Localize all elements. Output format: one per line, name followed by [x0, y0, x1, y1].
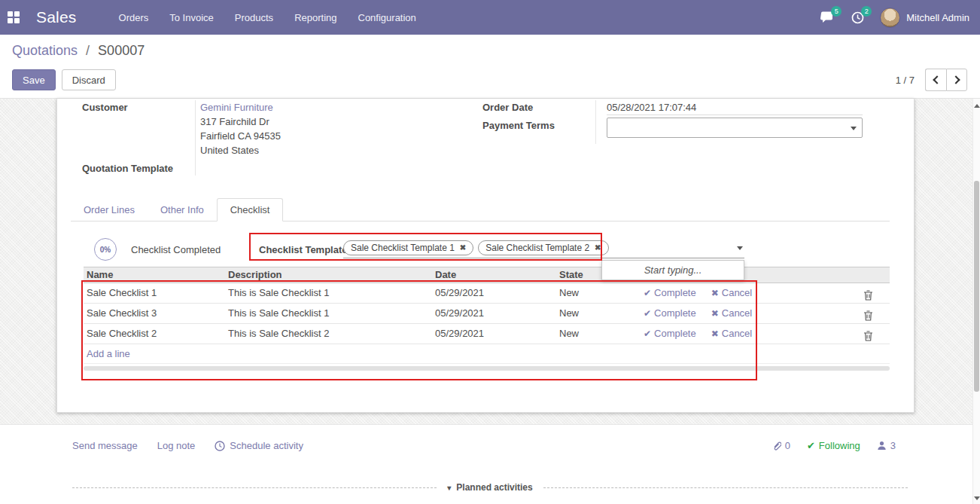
- send-message-button[interactable]: Send message: [72, 440, 138, 451]
- form-action-buttons: Save Discard: [12, 69, 116, 90]
- app-name[interactable]: Sales: [36, 8, 77, 26]
- activities-icon[interactable]: 2: [850, 10, 865, 25]
- user-menu[interactable]: Mitchell Admin: [880, 8, 969, 28]
- payment-terms-select[interactable]: [607, 118, 863, 138]
- payment-terms-label: Payment Terms: [482, 120, 555, 131]
- customer-label: Customer: [82, 102, 128, 113]
- chevron-right-icon: [951, 75, 960, 84]
- discard-button[interactable]: Discard: [62, 69, 116, 90]
- tab-order-lines[interactable]: Order Lines: [71, 199, 148, 221]
- user-avatar: [880, 8, 900, 28]
- navbar-right: 5 2 Mitchell Admin: [820, 8, 969, 28]
- tab-other-info[interactable]: Other Info: [148, 199, 217, 221]
- following-button[interactable]: ✔ Following: [807, 440, 860, 451]
- table-row[interactable]: Sale Checklist 3 This is Sale Checklist …: [84, 304, 890, 324]
- scroll-up-arrow-icon[interactable]: [974, 104, 980, 108]
- chatter-toolbar-right: 0 ✔ Following 3: [772, 440, 896, 451]
- cell-date: 05/29/2021: [432, 324, 556, 344]
- customer-link[interactable]: Gemini Furniture: [200, 102, 273, 113]
- cancel-button[interactable]: ✖Cancel: [711, 283, 753, 303]
- delete-row-button[interactable]: [863, 304, 873, 323]
- nav-item-configuration[interactable]: Configuration: [358, 12, 416, 23]
- nav-item-reporting[interactable]: Reporting: [294, 12, 336, 23]
- control-panel: Quotations / S00007 Save Discard 1 / 7: [0, 35, 980, 99]
- attachments-button[interactable]: 0: [772, 440, 790, 451]
- checklist-progress-label: Checklist Completed: [131, 244, 221, 255]
- apps-menu-icon[interactable]: [8, 11, 20, 23]
- template-tag-1-label: Sale Checklist Template 1: [351, 243, 455, 253]
- scroll-down-arrow-icon[interactable]: [974, 496, 980, 500]
- table-row[interactable]: Sale Checklist 1 This is Sale Checklist …: [84, 283, 890, 304]
- customer-address-line2: Fairfield CA 94535: [200, 130, 281, 142]
- check-icon: ✔: [644, 308, 651, 319]
- scrollbar-thumb[interactable]: [974, 181, 979, 392]
- followers-count: 3: [890, 440, 896, 451]
- check-icon: ✔: [807, 440, 815, 451]
- chevron-down-icon: [851, 127, 857, 130]
- cancel-button[interactable]: ✖Cancel: [711, 304, 753, 323]
- top-navbar: Sales Orders To Invoice Products Reporti…: [0, 0, 980, 35]
- order-date-label: Order Date: [482, 102, 533, 113]
- checklist-table: Name Description Date State Sale Checkli…: [84, 267, 890, 364]
- messages-icon[interactable]: 5: [820, 10, 835, 25]
- pager-next-button[interactable]: [946, 69, 967, 91]
- cell-name: Sale Checklist 3: [84, 304, 225, 323]
- nav-item-to-invoice[interactable]: To Invoice: [169, 12, 214, 23]
- cell-date: 05/29/2021: [432, 304, 556, 323]
- breadcrumb: Quotations / S00007: [12, 43, 145, 59]
- page-vertical-scrollbar[interactable]: [972, 99, 980, 504]
- cancel-button[interactable]: ✖Cancel: [711, 324, 753, 344]
- nav-item-orders[interactable]: Orders: [119, 12, 149, 23]
- complete-button[interactable]: ✔Complete: [644, 304, 696, 323]
- checklist-table-header: Name Description Date State: [84, 267, 890, 283]
- pager-previous-button[interactable]: [925, 69, 946, 91]
- cell-actions: ✔Complete ✖Cancel: [641, 283, 843, 303]
- breadcrumb-current-record: S00007: [98, 43, 145, 58]
- complete-button[interactable]: ✔Complete: [644, 324, 696, 344]
- add-a-line-link[interactable]: Add a line: [84, 344, 890, 363]
- dashed-divider-right: [543, 487, 908, 488]
- attachments-count: 0: [785, 440, 790, 451]
- column-header-name[interactable]: Name: [84, 267, 225, 283]
- chevron-down-icon[interactable]: [737, 246, 743, 250]
- template-tag-1-remove-icon[interactable]: ✖: [460, 243, 466, 252]
- breadcrumb-quotations-link[interactable]: Quotations: [12, 43, 78, 58]
- label-column-divider: [195, 100, 196, 176]
- table-horizontal-scrollbar[interactable]: [84, 366, 890, 371]
- column-header-description[interactable]: Description: [225, 267, 432, 283]
- template-tag-1: Sale Checklist Template 1 ✖: [343, 240, 473, 255]
- activities-badge: 2: [861, 6, 872, 17]
- nav-item-products[interactable]: Products: [235, 12, 273, 23]
- quotation-template-label: Quotation Template: [82, 163, 173, 174]
- delete-row-button[interactable]: [863, 324, 873, 344]
- order-date-field[interactable]: 05/28/2021 17:07:44: [607, 102, 863, 115]
- complete-button[interactable]: ✔Complete: [644, 283, 696, 303]
- delete-row-button[interactable]: [863, 283, 873, 303]
- chevron-down-icon: ▾: [447, 484, 451, 492]
- save-button[interactable]: Save: [12, 69, 56, 90]
- messages-badge: 5: [831, 6, 842, 17]
- column-header-delete: [843, 267, 890, 283]
- schedule-activity-button[interactable]: Schedule activity: [215, 440, 303, 451]
- template-tag-2-remove-icon[interactable]: ✖: [595, 243, 601, 252]
- odoo-sales-window: Sales Orders To Invoice Products Reporti…: [0, 0, 980, 504]
- table-row[interactable]: Sale Checklist 2 This is Sale Checklist …: [84, 324, 890, 344]
- schedule-clock-icon: [215, 441, 225, 451]
- template-tag-2: Sale Checklist Template 2 ✖: [478, 240, 608, 255]
- cell-name: Sale Checklist 1: [84, 283, 225, 303]
- add-a-line-row: Add a line: [84, 344, 890, 364]
- followers-button[interactable]: 3: [877, 440, 896, 451]
- customer-address-line3: United States: [200, 145, 259, 156]
- checklist-template-field[interactable]: Sale Checklist Template 1 ✖ Sale Checkli…: [343, 239, 744, 258]
- cell-actions: ✔Complete ✖Cancel: [641, 324, 843, 344]
- planned-activities-toggle[interactable]: ▾Planned activities: [447, 482, 532, 493]
- cell-state: New: [556, 283, 641, 303]
- breadcrumb-separator: /: [86, 43, 90, 58]
- x-icon: ✖: [711, 328, 719, 339]
- nav-menus: Orders To Invoice Products Reporting Con…: [119, 12, 416, 23]
- cell-description: This is Sale Checklist 2: [225, 324, 432, 344]
- tab-checklist[interactable]: Checklist: [217, 198, 284, 221]
- log-note-button[interactable]: Log note: [157, 440, 196, 451]
- pager-value: 1 / 7: [896, 75, 915, 86]
- column-header-date[interactable]: Date: [432, 267, 556, 283]
